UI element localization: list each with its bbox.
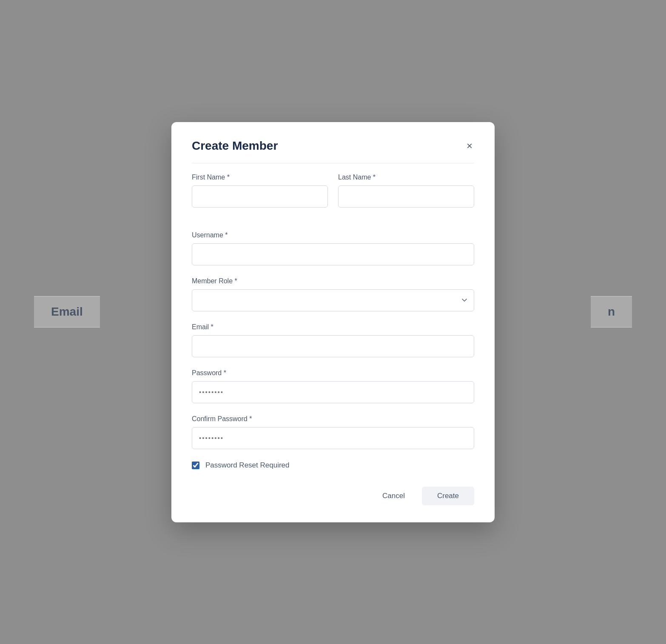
- create-button[interactable]: Create: [422, 487, 474, 505]
- modal-title: Create Member: [192, 139, 278, 153]
- password-label: Password *: [192, 369, 474, 377]
- password-reset-label: Password Reset Required: [205, 461, 289, 470]
- username-group: Username *: [192, 231, 474, 265]
- email-input[interactable]: [192, 335, 474, 357]
- create-member-modal: Create Member × First Name * Last Name *…: [171, 122, 495, 522]
- confirm-password-label: Confirm Password *: [192, 415, 474, 423]
- modal-footer: Cancel Create: [192, 483, 474, 505]
- username-label: Username *: [192, 231, 474, 239]
- member-role-group: Member Role * Admin Member Viewer: [192, 277, 474, 311]
- last-name-label: Last Name *: [338, 174, 474, 181]
- close-button[interactable]: ×: [465, 139, 474, 153]
- member-role-select[interactable]: Admin Member Viewer: [192, 289, 474, 311]
- password-reset-checkbox[interactable]: [192, 462, 199, 469]
- bg-email-cell: Email: [34, 296, 100, 328]
- username-input[interactable]: [192, 243, 474, 265]
- member-role-label: Member Role *: [192, 277, 474, 285]
- password-input[interactable]: [192, 381, 474, 403]
- bg-right-cell: n: [591, 296, 632, 328]
- first-name-input[interactable]: [192, 185, 328, 208]
- email-group: Email *: [192, 323, 474, 357]
- email-label: Email *: [192, 323, 474, 331]
- password-reset-row: Password Reset Required: [192, 461, 474, 470]
- confirm-password-group: Confirm Password *: [192, 415, 474, 449]
- password-group: Password *: [192, 369, 474, 403]
- modal-header: Create Member ×: [192, 139, 474, 163]
- confirm-password-input[interactable]: [192, 427, 474, 449]
- cancel-button[interactable]: Cancel: [372, 487, 415, 505]
- name-row: First Name * Last Name *: [192, 174, 474, 219]
- last-name-input[interactable]: [338, 185, 474, 208]
- first-name-label: First Name *: [192, 174, 328, 181]
- first-name-group: First Name *: [192, 174, 328, 208]
- last-name-group: Last Name *: [338, 174, 474, 219]
